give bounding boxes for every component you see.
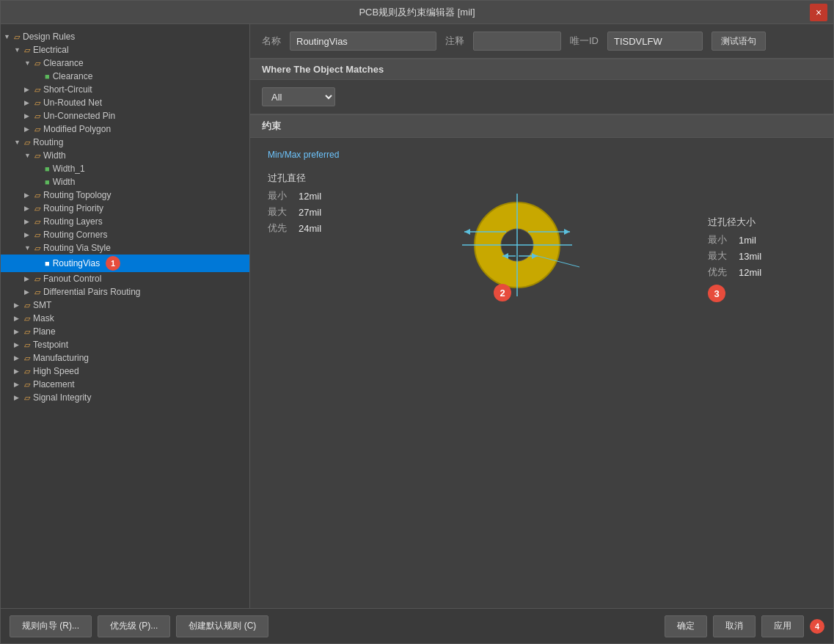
tree-item-high-speed[interactable]: ▶▱High Speed: [1, 365, 249, 378]
arrow-icon: ▼: [14, 46, 24, 54]
test-btn[interactable]: 测试语句: [712, 32, 766, 51]
tree-item-routing-topology[interactable]: ▶▱Routing Topology: [1, 189, 249, 202]
priority-button[interactable]: 优先级 (P)...: [98, 615, 170, 637]
arrow-icon: ▼: [24, 244, 34, 252]
hole-pref-value: 12mil: [739, 267, 761, 278]
form-header: 名称 注释 唯一ID 测试语句: [250, 24, 833, 59]
tree-item-un-routed-net[interactable]: ▶▱Un-Routed Net: [1, 96, 249, 109]
main-content: ▼▱Design Rules▼▱Electrical▼▱Clearance■Cl…: [1, 24, 833, 608]
tree-item-width-1[interactable]: ■Width_1: [1, 162, 249, 175]
tree-item-diff-pairs-routing[interactable]: ▶▱Differential Pairs Routing: [1, 285, 249, 299]
folder-icon: ▱: [24, 367, 30, 376]
folder-icon: ▱: [24, 354, 30, 363]
tree-item-placement[interactable]: ▶▱Placement: [1, 378, 249, 391]
tree-item-short-circuit[interactable]: ▶▱Short-Circuit: [1, 83, 249, 96]
window-title: PCB规则及约束编辑器 [mil]: [24, 6, 810, 19]
tree-item-clearance-group[interactable]: ▼▱Clearance: [1, 56, 249, 70]
comment-label: 注释: [445, 34, 464, 48]
rule-icon: ■: [45, 178, 50, 186]
folder-icon: ▱: [34, 288, 40, 297]
folder-icon: ▱: [34, 230, 40, 240]
create-default-button[interactable]: 创建默认规则 (C): [176, 615, 268, 637]
tree-item-label: Modified Polygon: [43, 124, 111, 134]
comment-input[interactable]: [473, 32, 561, 51]
folder-icon: ▱: [24, 45, 30, 55]
folder-icon: ▱: [24, 340, 30, 350]
via-max-row: 最大 27mil: [268, 205, 385, 219]
hole-max-row: 最大 13mil: [708, 249, 825, 263]
tree-item-label: Testpoint: [33, 340, 68, 350]
tree-item-label: Routing Topology: [43, 190, 111, 200]
hole-pref-row: 优先 12mil: [708, 266, 825, 279]
close-button[interactable]: ×: [810, 4, 827, 21]
folder-icon: ▱: [34, 191, 40, 200]
tree-item-routing[interactable]: ▼▱Routing: [1, 136, 249, 149]
uid-input[interactable]: [607, 32, 703, 51]
tree-item-electrical[interactable]: ▼▱Electrical: [1, 43, 249, 56]
tree-item-modified-polygon[interactable]: ▶▱Modified Polygon: [1, 122, 249, 136]
wizard-button[interactable]: 规则向导 (R)...: [10, 615, 92, 637]
svg-marker-7: [564, 229, 570, 235]
arrow-icon: ▶: [14, 394, 24, 401]
folder-icon: ▱: [34, 85, 40, 95]
badge-3: 3: [708, 285, 725, 302]
folder-icon: ▱: [24, 380, 30, 389]
tree-item-routing-vias[interactable]: ■RoutingVias1: [1, 255, 249, 272]
apply-button[interactable]: 应用: [761, 615, 804, 637]
cancel-button[interactable]: 取消: [713, 615, 756, 637]
tree-item-label: Mask: [33, 313, 54, 323]
name-input[interactable]: [290, 32, 436, 51]
tree-item-clearance-item[interactable]: ■Clearance: [1, 70, 249, 83]
right-panel: 名称 注释 唯一ID 测试语句 Where The Object Matches…: [250, 24, 833, 608]
title-bar: PCB规则及约束编辑器 [mil] ×: [1, 1, 833, 24]
folder-icon: ▱: [34, 217, 40, 227]
rule-icon: ■: [45, 259, 50, 268]
tree-item-design-rules[interactable]: ▼▱Design Rules: [1, 30, 249, 43]
tree-item-label: Signal Integrity: [33, 392, 91, 403]
tree-item-smt[interactable]: ▶▱SMT: [1, 299, 249, 312]
tree-item-mask[interactable]: ▶▱Mask: [1, 312, 249, 325]
arrow-icon: ▶: [24, 231, 34, 238]
arrow-icon: ▶: [24, 99, 34, 106]
arrow-icon: ▶: [24, 275, 34, 282]
folder-icon: ▱: [34, 125, 40, 134]
arrow-icon: ▶: [14, 341, 24, 348]
where-dropdown[interactable]: All Net Net Class Layer: [262, 87, 335, 106]
folder-icon: ▱: [24, 138, 30, 147]
tree-item-fanout-control[interactable]: ▶▱Fanout Control: [1, 272, 249, 285]
rule-icon: ■: [45, 164, 50, 173]
tree-item-label: Short-Circuit: [43, 84, 92, 95]
hole-pref-label: 优先: [708, 266, 731, 279]
arrow-icon: ▼: [4, 33, 14, 40]
tree-item-routing-priority[interactable]: ▶▱Routing Priority: [1, 202, 249, 215]
tree-item-label: Routing Layers: [43, 216, 103, 227]
uid-label: 唯一ID: [570, 34, 599, 48]
tree-item-un-connected-pin[interactable]: ▶▱Un-Connected Pin: [1, 109, 249, 122]
folder-icon: ▱: [34, 151, 40, 161]
hole-size-label: 过孔径大小: [708, 216, 825, 229]
tree-item-manufacturing[interactable]: ▶▱Manufacturing: [1, 351, 249, 365]
tree-item-width-item[interactable]: ■Width: [1, 175, 249, 189]
constraint-section-header: 约束: [250, 114, 833, 138]
bottom-bar: 规则向导 (R)... 优先级 (P)... 创建默认规则 (C) 确定 取消 …: [1, 608, 833, 643]
tree-item-routing-layers[interactable]: ▶▱Routing Layers: [1, 215, 249, 228]
tree-item-testpoint[interactable]: ▶▱Testpoint: [1, 338, 249, 351]
arrow-icon: ▶: [14, 328, 24, 335]
ok-button[interactable]: 确定: [665, 615, 707, 637]
folder-icon: ▱: [34, 244, 40, 253]
tree-item-signal-integrity[interactable]: ▶▱Signal Integrity: [1, 391, 249, 404]
folder-icon: ▱: [34, 59, 40, 68]
hole-max-value: 13mil: [739, 251, 761, 262]
arrow-icon: ▶: [24, 86, 34, 93]
folder-icon: ▱: [14, 32, 20, 42]
tree-item-routing-corners[interactable]: ▶▱Routing Corners: [1, 228, 249, 241]
via-diagram: 2: [429, 172, 664, 333]
tree-item-width-group[interactable]: ▼▱Width: [1, 149, 249, 162]
folder-icon: ▱: [24, 393, 30, 403]
tree-item-label: Width: [43, 150, 66, 161]
via-diagram-container: 过孔直径 最小 12mil 最大 27mil 优先 24mil: [268, 172, 816, 333]
tree-item-routing-via-style[interactable]: ▼▱Routing Via Style: [1, 241, 249, 255]
tree-item-label: Width_1: [53, 164, 85, 174]
tree-item-plane[interactable]: ▶▱Plane: [1, 325, 249, 338]
tree-item-label: Clearance: [53, 71, 93, 81]
